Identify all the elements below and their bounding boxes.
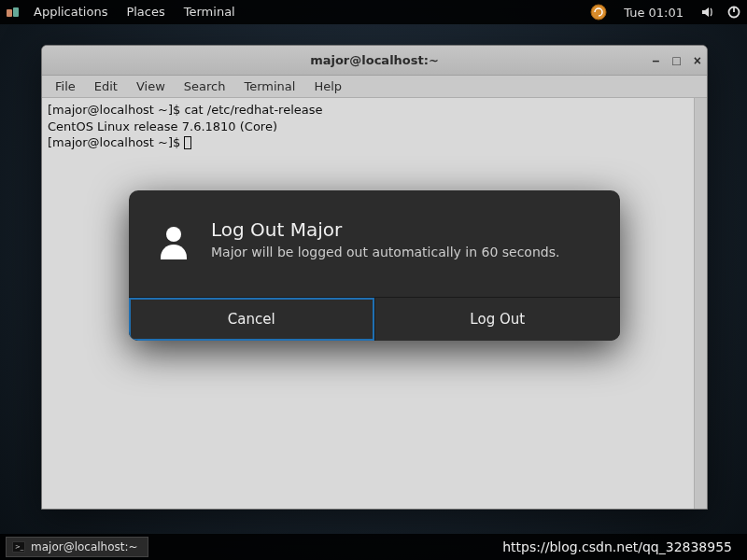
- user-icon: [155, 222, 192, 263]
- logout-dialog: Log Out Major Major will be logged out a…: [129, 190, 620, 341]
- volume-icon[interactable]: [700, 5, 715, 21]
- terminal-menu[interactable]: Terminal: [175, 0, 245, 24]
- update-icon[interactable]: [590, 4, 607, 21]
- svg-rect-1: [13, 7, 19, 17]
- svg-point-5: [166, 227, 181, 242]
- places-menu[interactable]: Places: [117, 0, 174, 24]
- system-tray: Tue 01:01: [590, 4, 741, 21]
- terminal-icon: >_: [12, 540, 25, 553]
- applications-menu[interactable]: Applications: [24, 0, 117, 24]
- logout-button[interactable]: Log Out: [375, 298, 621, 341]
- cancel-button[interactable]: Cancel: [129, 298, 375, 341]
- taskbar-label: major@localhost:~: [31, 540, 138, 553]
- top-panel: Applications Places Terminal Tue 01:01: [0, 0, 747, 24]
- svg-text:>_: >_: [15, 543, 24, 551]
- svg-rect-0: [7, 9, 12, 17]
- taskbar-terminal[interactable]: >_ major@localhost:~: [6, 537, 148, 557]
- activities-icon: [6, 5, 21, 20]
- watermark-text: https://blog.csdn.net/qq_32838955: [502, 539, 732, 554]
- dialog-title: Log Out Major: [211, 218, 559, 241]
- bottom-panel: >_ major@localhost:~ https://blog.csdn.n…: [0, 534, 747, 560]
- svg-point-2: [591, 5, 606, 20]
- power-icon[interactable]: [726, 5, 741, 21]
- clock[interactable]: Tue 01:01: [624, 6, 684, 20]
- dialog-message: Major will be logged out automatically i…: [211, 245, 559, 259]
